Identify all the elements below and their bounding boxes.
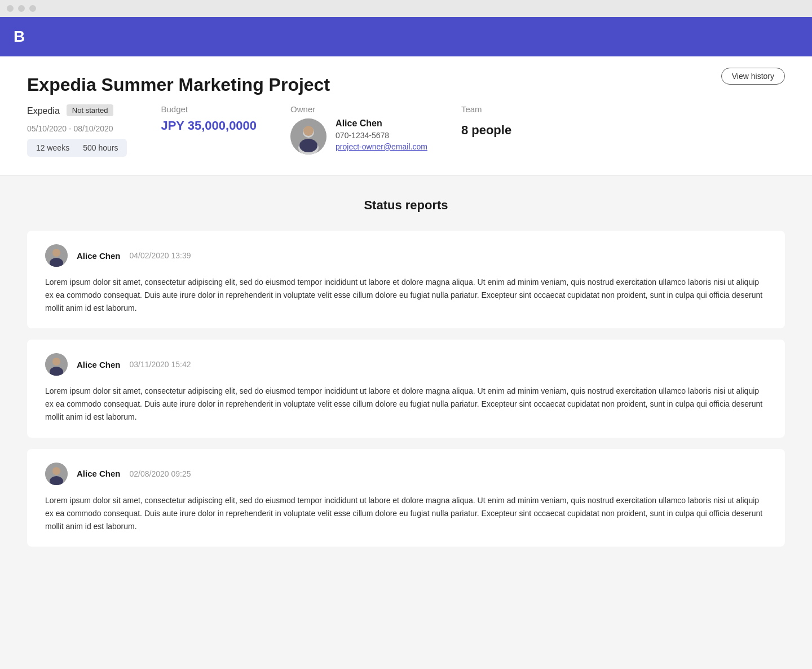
app-header: B [0,17,812,56]
client-section: Expedia Not started 05/10/2020 - 08/10/2… [27,104,127,157]
team-section: Team 8 people [461,104,511,138]
client-name: Expedia [27,106,60,116]
svg-point-4 [299,139,317,152]
duration-box: 12 weeks 500 hours [27,139,127,157]
svg-point-12 [52,467,60,475]
budget-value: JPY 35,000,0000 [161,118,257,133]
owner-email[interactable]: project-owner@email.com [336,142,427,151]
budget-section: Budget JPY 35,000,0000 [161,104,257,133]
report-timestamp: 03/11/2020 15:42 [130,360,191,369]
date-start: 05/10/2020 [27,124,67,133]
report-timestamp: 04/02/2020 13:39 [130,251,191,260]
report-body: Lorem ipsum dolor sit amet, consectetur … [45,385,767,424]
report-timestamp: 02/08/2020 09:25 [130,469,191,478]
report-avatar [45,244,68,267]
report-header: Alice Chen 03/11/2020 15:42 [45,353,767,376]
report-avatar [45,463,68,485]
owner-section: Owner Alice Chen 070-1234-5678 proje [290,104,427,155]
owner-info: Alice Chen 070-1234-5678 project-owner@e… [336,118,427,151]
team-count: 8 people [461,123,511,138]
window-dot-maximize [29,5,36,12]
report-card: Alice Chen 04/02/2020 13:39 Lorem ipsum … [27,231,785,328]
date-separator: - [69,124,74,133]
report-card: Alice Chen 02/08/2020 09:25 Lorem ipsum … [27,449,785,547]
status-reports-section: Status reports Alice Chen 04/02/2020 13:… [0,175,812,627]
report-header: Alice Chen 02/08/2020 09:25 [45,463,767,485]
status-reports-title: Status reports [27,198,785,213]
report-body: Lorem ipsum dolor sit amet, consectetur … [45,276,767,315]
duration-weeks: 12 weeks [36,143,69,152]
svg-point-3 [303,126,314,136]
svg-point-9 [52,358,60,366]
window-chrome [0,0,812,17]
date-end: 08/10/2020 [74,124,113,133]
owner-phone: 070-1234-5678 [336,131,427,140]
app-logo: B [14,28,25,46]
date-range: 05/10/2020 - 08/10/2020 [27,124,127,133]
report-author: Alice Chen [77,360,121,369]
owner-avatar [290,118,326,155]
reports-container: Alice Chen 04/02/2020 13:39 Lorem ipsum … [27,231,785,547]
project-meta: Expedia Not started 05/10/2020 - 08/10/2… [27,104,785,157]
owner-details: Alice Chen 070-1234-5678 project-owner@e… [290,118,427,155]
report-author: Alice Chen [77,251,121,261]
owner-name: Alice Chen [336,118,427,129]
team-label: Team [461,104,511,114]
report-author: Alice Chen [77,469,121,478]
main-content: View history Expedia Summer Marketing Pr… [0,56,812,175]
window-dot-minimize [18,5,25,12]
owner-label: Owner [290,104,427,114]
duration-hours: 500 hours [83,143,118,152]
view-history-button[interactable]: View history [721,68,785,85]
report-card: Alice Chen 03/11/2020 15:42 Lorem ipsum … [27,340,785,437]
project-title: Expedia Summer Marketing Project [27,74,785,95]
report-avatar [45,353,68,376]
svg-point-6 [52,249,60,257]
window-dot-close [7,5,14,12]
report-header: Alice Chen 04/02/2020 13:39 [45,244,767,267]
budget-label: Budget [161,104,257,114]
report-body: Lorem ipsum dolor sit amet, consectetur … [45,494,767,533]
status-badge: Not started [67,104,114,116]
